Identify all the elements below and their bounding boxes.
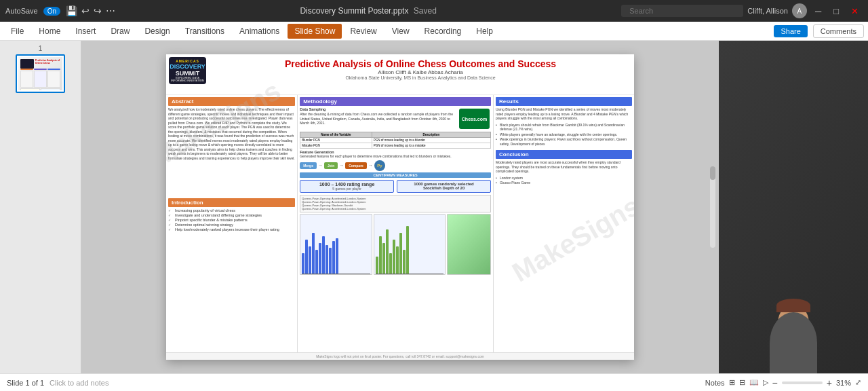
presenter-video xyxy=(719,41,868,373)
chart-1 xyxy=(300,214,372,275)
summit-logo: AMERICAS DISCOVERY SUMMIT EXPLORING DATA… xyxy=(169,57,206,84)
slide-of-label: Slide 1 of 1 xyxy=(7,379,44,387)
titlebar-left: AutoSave On 💾 ↩ ↪ ⋯ xyxy=(5,5,115,16)
restore-button[interactable]: □ xyxy=(829,6,843,16)
slide-thumbnail[interactable]: Predictive Analysis of Online Chess xyxy=(16,54,66,93)
slide-sorter-icon[interactable]: ⊟ xyxy=(739,378,745,387)
data-sampling-label: Data Sampling xyxy=(300,107,456,111)
rating-range-box: 1000 – 1400 rating range 5 games per pla… xyxy=(300,180,394,193)
left-column: Abstract We analyzed how to moderately r… xyxy=(166,95,297,354)
share-button[interactable]: Share xyxy=(774,25,807,37)
slide-header: AMERICAS DISCOVERY SUMMIT EXPLORING DATA… xyxy=(166,54,634,95)
table-row: Mistake PGN PGN of moves leading up to a… xyxy=(300,143,491,149)
slide-authors: Allison Clifft & Kalbe Abbas Acharia xyxy=(214,69,627,75)
variable-table: Name of the Variable Description Blunder… xyxy=(300,132,491,149)
tab-file[interactable]: File xyxy=(4,24,31,39)
conclusion-text: Moderately rated players are most accura… xyxy=(496,160,632,174)
titlebar-filename: Discovery Summit Poster.pptx Saved xyxy=(300,6,436,16)
zoom-slider[interactable] xyxy=(782,381,823,384)
tab-recording[interactable]: Recording xyxy=(418,24,469,39)
footer-text: MakeSigns logo will not print on final p… xyxy=(172,354,629,358)
title-bar: AutoSave On 💾 ↩ ↪ ⋯ Discovery Summit Pos… xyxy=(0,0,868,22)
statusbar-left: Slide 1 of 1 Click to add notes xyxy=(7,379,698,387)
tab-home[interactable]: Home xyxy=(32,24,67,39)
search-input[interactable] xyxy=(621,5,743,17)
reading-view-icon[interactable]: 📖 xyxy=(749,378,759,387)
slide-view-icon[interactable]: ⊞ xyxy=(729,378,735,387)
zoom-in-icon[interactable]: + xyxy=(827,377,832,388)
arrow-icon: → xyxy=(339,163,344,168)
slide-affiliation: Oklahoma State University, MS in Busines… xyxy=(214,75,627,80)
arrow-icon: → xyxy=(368,163,373,168)
zoom-level[interactable]: 31% xyxy=(836,379,851,387)
autosave-toggle[interactable]: On xyxy=(43,7,60,16)
chart-3 xyxy=(447,214,491,275)
intro-header: Introduction xyxy=(168,198,295,207)
autosave-label: AutoSave xyxy=(5,7,38,15)
conclusion-bullet-1: London system xyxy=(496,176,632,181)
tab-help[interactable]: Help xyxy=(469,24,500,39)
abstract-text: We analyzed how to moderately rated onli… xyxy=(168,107,295,196)
charts-area xyxy=(300,214,491,275)
undo-icon[interactable]: ↩ xyxy=(81,5,90,16)
middle-column: Methodology Data Sampling After the clea… xyxy=(297,95,494,354)
comments-button[interactable]: Comments xyxy=(813,24,864,38)
arrow-icon: → xyxy=(318,163,323,168)
more-icon[interactable]: ⋯ xyxy=(106,5,115,16)
conclusion-header: Conclusion xyxy=(496,150,632,159)
tab-draw[interactable]: Draw xyxy=(104,24,136,39)
games-selected-box: 1000 games randomly selected Stockfish D… xyxy=(397,180,491,193)
intro-item-2: Investigate and understand differing gam… xyxy=(168,213,295,217)
join-button[interactable]: Join xyxy=(324,162,338,169)
right-column: Results Using Blunder PGN and Mistake PG… xyxy=(494,95,634,354)
slideshow-view-icon[interactable]: ▷ xyxy=(763,378,768,387)
slide-title: Predictive Analysis of Online Chess Outc… xyxy=(214,58,627,69)
tab-insert[interactable]: Insert xyxy=(68,24,102,39)
intro-item-4: Determine optimal winning strategy xyxy=(168,223,295,227)
conclusion-bullet-2: Giuoco Piano Game xyxy=(496,181,632,185)
opening-list-box: Queens-Pawn-Opening: Accelerated-London-… xyxy=(300,195,491,213)
compare-button[interactable]: Compare xyxy=(345,162,367,169)
minimize-button[interactable]: ─ xyxy=(811,6,825,16)
tab-transitions[interactable]: Transitions xyxy=(178,24,231,39)
vertical-scrollbar[interactable] xyxy=(709,41,716,373)
statusbar: Slide 1 of 1 Click to add notes Notes ⊞ … xyxy=(0,373,868,391)
chart-2 xyxy=(374,214,446,275)
notes-button[interactable]: Notes xyxy=(705,379,725,387)
chess-logo: Chess.com xyxy=(459,109,490,129)
slide-footer: MakeSigns logo will not print on final p… xyxy=(166,352,634,360)
notes-area[interactable]: Click to add notes xyxy=(50,379,698,387)
redo-icon[interactable]: ↪ xyxy=(94,5,102,16)
avatar: A xyxy=(792,3,807,18)
close-button[interactable]: ✕ xyxy=(847,6,863,16)
presenter-silhouette xyxy=(770,312,817,373)
workspace: MakeSigns MakeSigns AMERICAS DISCOVERY S… xyxy=(81,41,719,373)
statusbar-right: Notes ⊞ ⊟ 📖 ▷ − + 31% ⤢ xyxy=(705,377,861,388)
intro-item-1: Increasing popularity of virtual chess xyxy=(168,208,295,212)
result-bullet-2: White players generally have an advantag… xyxy=(496,132,632,137)
titlebar-right: Clifft, Allison A ─ □ ✕ xyxy=(621,3,863,18)
intro-list: Increasing popularity of virtual chess I… xyxy=(168,208,295,231)
pipeline-row: Merge → Join → Compare → Py xyxy=(300,160,491,171)
intro-item-3: Pinpoint specific blunder & mistake patt… xyxy=(168,218,295,222)
slide-number: 1 xyxy=(39,45,43,52)
slide-scroll: 1 Predictive Analysis of Online Chess xyxy=(4,45,77,93)
results-header: Results xyxy=(496,97,632,106)
save-icon[interactable]: 💾 xyxy=(66,5,77,16)
python-logo: Py xyxy=(374,160,385,171)
tab-design[interactable]: Design xyxy=(138,24,176,39)
ribbon: File Home Insert Draw Design Transitions… xyxy=(0,22,868,41)
tab-animations[interactable]: Animations xyxy=(233,24,286,39)
video-main xyxy=(719,41,868,373)
result-bullet-3: Weak openings in blundering players: Paw… xyxy=(496,137,632,146)
tab-view[interactable]: View xyxy=(385,24,416,39)
slide-body: Abstract We analyzed how to moderately r… xyxy=(166,95,634,354)
zoom-out-icon[interactable]: − xyxy=(772,377,778,388)
tab-slideshow[interactable]: Slide Show xyxy=(288,24,342,39)
tab-review[interactable]: Review xyxy=(343,24,383,39)
fit-slide-icon[interactable]: ⤢ xyxy=(855,378,861,387)
merge-button[interactable]: Merge xyxy=(300,162,317,169)
video-panel xyxy=(719,41,868,373)
slide-thumb-inner: Predictive Analysis of Online Chess xyxy=(18,57,63,90)
table-row: Blunder PGN PGN of moves leading up to a… xyxy=(300,138,491,143)
